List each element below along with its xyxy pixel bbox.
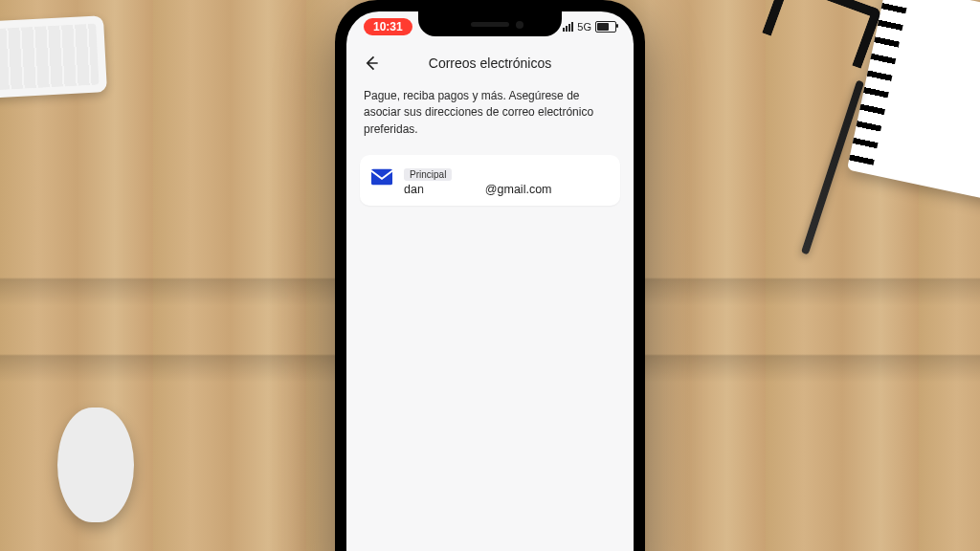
app-header: Correos electrónicos [346,44,634,82]
mouse-prop [57,408,134,522]
email-suffix: @gmail.com [485,183,552,196]
cellular-signal-icon [563,22,573,32]
binder-clip-prop [762,0,882,69]
primary-badge: Principal [404,168,452,181]
email-redacted [425,186,484,195]
arrow-left-icon [362,54,381,73]
page-description: Pague, reciba pagos y más. Asegúrese de … [346,82,634,151]
phone-screen: 10:31 5G Correos electrónicos Pague, rec… [346,11,634,551]
mail-icon [371,168,392,186]
email-item[interactable]: Principal dan@gmail.com [360,155,620,206]
network-label: 5G [577,21,591,33]
keyboard-prop [0,15,107,99]
page-title: Correos electrónicos [429,55,551,71]
status-time-pill[interactable]: 10:31 [364,18,412,35]
app-content: Correos electrónicos Pague, reciba pagos… [346,11,634,551]
status-bar: 10:31 5G [346,15,634,38]
phone-frame: 10:31 5G Correos electrónicos Pague, rec… [335,0,645,551]
desk-background: 10:31 5G Correos electrónicos Pague, rec… [0,0,980,551]
back-button[interactable] [360,52,383,75]
email-address: dan@gmail.com [404,183,609,196]
battery-icon [595,21,616,33]
email-prefix: dan [404,183,424,196]
svg-rect-0 [371,169,392,186]
